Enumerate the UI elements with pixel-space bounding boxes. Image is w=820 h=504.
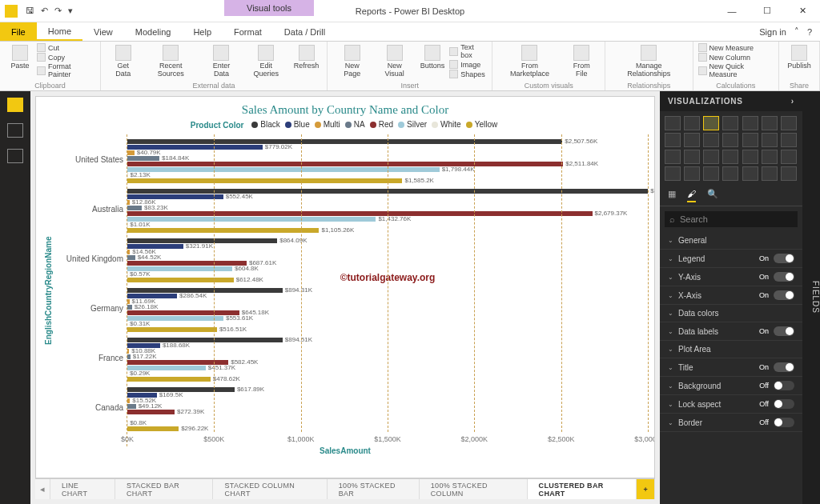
format-property[interactable]: ⌄X-AxisOn bbox=[660, 286, 802, 305]
vis-type-icon[interactable] bbox=[781, 150, 797, 164]
menu-tab-format[interactable]: Format bbox=[223, 22, 273, 41]
vis-type-icon[interactable] bbox=[703, 150, 719, 164]
vis-type-icon[interactable] bbox=[665, 150, 681, 164]
menu-tab-help[interactable]: Help bbox=[182, 22, 223, 41]
format-property[interactable]: ⌄TitleOn bbox=[660, 358, 802, 377]
vis-type-icon[interactable] bbox=[742, 133, 758, 147]
menu-tab-view[interactable]: View bbox=[82, 22, 124, 41]
vis-type-icon[interactable] bbox=[722, 150, 738, 164]
format-property[interactable]: ⌄Y-AxisOn bbox=[660, 268, 802, 286]
bar bbox=[127, 398, 130, 403]
vis-type-icon[interactable] bbox=[684, 150, 700, 164]
vis-type-icon[interactable] bbox=[665, 166, 681, 181]
vis-type-icon[interactable] bbox=[781, 133, 797, 147]
format-property[interactable]: ⌄LegendOn bbox=[660, 250, 802, 268]
format-property[interactable]: ⌄General bbox=[660, 232, 802, 250]
vis-type-icon[interactable] bbox=[684, 116, 700, 130]
new-measure-button[interactable]: New Measure bbox=[698, 43, 774, 52]
page-tab[interactable]: 100% STACKED BAR bbox=[328, 479, 420, 499]
redo-icon[interactable]: ↷ bbox=[54, 6, 62, 16]
format-painter-button[interactable]: Format Painter bbox=[37, 62, 95, 78]
chevron-up-icon[interactable]: ˄ bbox=[794, 26, 799, 37]
menu-tab-modeling[interactable]: Modeling bbox=[124, 22, 183, 41]
report-view-icon[interactable] bbox=[7, 98, 23, 112]
qat-dropdown-icon[interactable]: ▾ bbox=[68, 6, 73, 16]
data-label: $2,511.84K bbox=[565, 160, 598, 167]
file-menu[interactable]: File bbox=[0, 22, 37, 41]
vis-type-icon[interactable] bbox=[762, 133, 778, 147]
format-search[interactable]: ⌕Search bbox=[665, 211, 798, 227]
fields-tab-icon[interactable]: ▦ bbox=[668, 189, 676, 202]
format-property[interactable]: ⌄BackgroundOff bbox=[660, 377, 802, 395]
format-property[interactable]: ⌄Data colors bbox=[660, 305, 802, 322]
undo-icon[interactable]: ↶ bbox=[41, 6, 48, 16]
page-tab[interactable]: LINE CHART bbox=[50, 479, 115, 499]
data-view-icon[interactable] bbox=[7, 123, 23, 138]
edit-queries-button[interactable]: Edit Queries bbox=[243, 43, 289, 80]
vis-type-icon[interactable] bbox=[722, 116, 738, 130]
data-label: $169.5K bbox=[159, 391, 183, 398]
format-property[interactable]: ⌄BorderOff bbox=[660, 414, 802, 432]
sign-in-link[interactable]: Sign in bbox=[759, 27, 786, 37]
vis-type-icon[interactable] bbox=[762, 116, 778, 130]
fields-pane-collapsed[interactable]: FIELDS bbox=[802, 91, 820, 504]
shapes-button[interactable]: Shapes bbox=[449, 70, 487, 78]
model-view-icon[interactable] bbox=[7, 149, 23, 163]
format-property[interactable]: ⌄Plot Area bbox=[660, 341, 802, 358]
data-label: $478.62K bbox=[213, 375, 240, 382]
vis-type-icon[interactable] bbox=[742, 166, 758, 181]
maximize-button[interactable]: ☐ bbox=[750, 0, 785, 22]
menu-tab-home[interactable]: Home bbox=[37, 22, 82, 41]
minimize-button[interactable]: — bbox=[714, 0, 750, 22]
buttons-button[interactable]: Buttons bbox=[417, 43, 448, 72]
close-button[interactable]: ✕ bbox=[785, 0, 820, 22]
format-property[interactable]: ⌄Data labelsOn bbox=[660, 322, 802, 341]
vis-type-icon[interactable] bbox=[684, 166, 700, 181]
tabs-scroll-left[interactable]: ◂ bbox=[35, 479, 50, 499]
format-property[interactable]: ⌄Lock aspectOff bbox=[660, 395, 802, 414]
format-tab-icon[interactable]: 🖌 bbox=[687, 189, 696, 202]
vis-type-icon[interactable] bbox=[762, 166, 778, 181]
from-marketplace-button[interactable]: From Marketplace bbox=[497, 43, 561, 80]
paste-button[interactable]: Paste bbox=[5, 43, 35, 72]
help-icon[interactable]: ? bbox=[807, 27, 812, 37]
cut-button[interactable]: Cut bbox=[37, 43, 95, 52]
save-icon[interactable]: 🖫 bbox=[26, 6, 34, 16]
vis-type-icon[interactable] bbox=[722, 133, 738, 147]
manage-relationships-button[interactable]: Manage Relationships bbox=[610, 43, 687, 80]
new-page-button[interactable]: New Page bbox=[332, 43, 372, 80]
enter-data-button[interactable]: Enter Data bbox=[201, 43, 242, 80]
publish-button[interactable]: Publish bbox=[784, 43, 814, 72]
vis-type-icon[interactable] bbox=[665, 133, 681, 147]
new-quick-measure-button[interactable]: New Quick Measure bbox=[698, 62, 774, 78]
image-button[interactable]: Image bbox=[449, 60, 487, 69]
get-data-button[interactable]: Get Data bbox=[106, 43, 141, 80]
menu-tab-data-drill[interactable]: Data / Drill bbox=[273, 22, 336, 41]
vis-type-icon[interactable] bbox=[665, 116, 681, 130]
page-tab[interactable]: STACKED COLUMN CHART bbox=[213, 479, 327, 499]
chart-visual[interactable]: Sales Amount by Country Name and Color P… bbox=[35, 96, 655, 478]
page-tab[interactable]: STACKED BAR CHART bbox=[115, 479, 214, 499]
page-tab[interactable]: 100% STACKED COLUMN bbox=[420, 479, 528, 499]
vis-type-icon[interactable] bbox=[684, 133, 700, 147]
vis-type-icon[interactable] bbox=[762, 150, 778, 164]
vis-type-icon[interactable] bbox=[781, 116, 797, 130]
copy-button[interactable]: Copy bbox=[37, 53, 95, 62]
new-visual-button[interactable]: New Visual bbox=[373, 43, 416, 80]
analytics-tab-icon[interactable]: 🔍 bbox=[707, 189, 718, 202]
vis-type-icon[interactable] bbox=[703, 116, 719, 130]
add-page-button[interactable]: + bbox=[637, 479, 655, 499]
page-tab[interactable]: CLUSTERED BAR CHART bbox=[528, 479, 637, 499]
refresh-button[interactable]: Refresh bbox=[291, 43, 322, 72]
vis-type-icon[interactable] bbox=[722, 166, 738, 181]
vis-type-icon[interactable] bbox=[742, 116, 758, 130]
from-file-button[interactable]: From File bbox=[563, 43, 600, 80]
vis-type-icon[interactable] bbox=[703, 166, 719, 181]
vis-type-icon[interactable] bbox=[703, 133, 719, 147]
vis-type-icon[interactable] bbox=[781, 166, 797, 181]
recent-sources-button[interactable]: Recent Sources bbox=[143, 43, 200, 80]
vis-type-icon[interactable] bbox=[742, 150, 758, 164]
collapse-pane-icon[interactable]: › bbox=[791, 97, 794, 106]
new-column-button[interactable]: New Column bbox=[698, 53, 774, 62]
textbox-button[interactable]: Text box bbox=[449, 43, 487, 59]
